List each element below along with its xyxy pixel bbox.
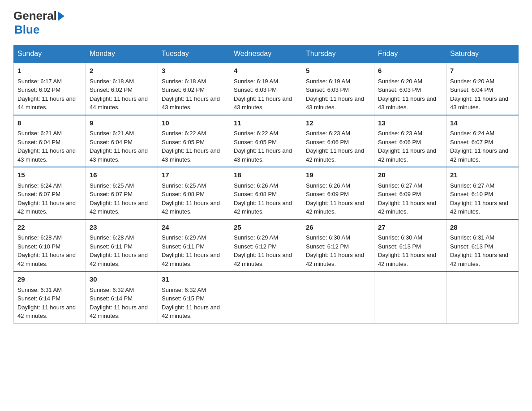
- day-info: Sunrise: 6:32 AMSunset: 6:14 PMDaylight:…: [90, 287, 148, 320]
- day-number: 31: [162, 274, 226, 285]
- day-number: 26: [306, 223, 370, 233]
- day-number: 4: [234, 66, 298, 76]
- day-number: 8: [17, 118, 82, 128]
- calendar-cell: 19Sunrise: 6:26 AMSunset: 6:09 PMDayligh…: [302, 167, 374, 219]
- day-info: Sunrise: 6:22 AMSunset: 6:05 PMDaylight:…: [162, 130, 220, 163]
- day-number: 16: [90, 170, 154, 180]
- day-number: 9: [90, 118, 154, 128]
- day-info: Sunrise: 6:27 AMSunset: 6:10 PMDaylight:…: [450, 182, 508, 215]
- calendar-week-row: 29Sunrise: 6:31 AMSunset: 6:14 PMDayligh…: [14, 271, 519, 323]
- day-number: 10: [162, 118, 226, 128]
- day-info: Sunrise: 6:21 AMSunset: 6:04 PMDaylight:…: [17, 130, 76, 163]
- day-number: 30: [90, 274, 154, 285]
- day-number: 17: [162, 170, 226, 180]
- day-number: 3: [162, 66, 226, 76]
- calendar-cell: 17Sunrise: 6:25 AMSunset: 6:08 PMDayligh…: [158, 167, 230, 219]
- calendar-cell: 29Sunrise: 6:31 AMSunset: 6:14 PMDayligh…: [14, 271, 86, 323]
- day-info: Sunrise: 6:30 AMSunset: 6:13 PMDaylight:…: [378, 234, 436, 267]
- day-info: Sunrise: 6:24 AMSunset: 6:07 PMDaylight:…: [17, 182, 76, 215]
- day-info: Sunrise: 6:24 AMSunset: 6:07 PMDaylight:…: [450, 130, 508, 163]
- calendar-cell: 23Sunrise: 6:28 AMSunset: 6:11 PMDayligh…: [86, 219, 158, 272]
- day-number: 12: [306, 118, 370, 128]
- calendar-cell: 4Sunrise: 6:19 AMSunset: 6:03 PMDaylight…: [230, 63, 302, 115]
- day-info: Sunrise: 6:27 AMSunset: 6:09 PMDaylight:…: [378, 182, 436, 215]
- calendar-cell: 3Sunrise: 6:18 AMSunset: 6:02 PMDaylight…: [158, 63, 230, 115]
- day-info: Sunrise: 6:22 AMSunset: 6:05 PMDaylight:…: [234, 130, 292, 163]
- day-info: Sunrise: 6:23 AMSunset: 6:06 PMDaylight:…: [306, 130, 364, 163]
- calendar-cell: 2Sunrise: 6:18 AMSunset: 6:02 PMDaylight…: [86, 63, 158, 115]
- calendar-header-row: Sunday Monday Tuesday Wednesday Thursday…: [14, 45, 519, 63]
- day-number: 5: [306, 66, 370, 76]
- day-info: Sunrise: 6:28 AMSunset: 6:11 PMDaylight:…: [90, 234, 148, 267]
- col-tuesday: Tuesday: [158, 45, 230, 63]
- day-info: Sunrise: 6:26 AMSunset: 6:09 PMDaylight:…: [306, 182, 364, 215]
- calendar-cell: 1Sunrise: 6:17 AMSunset: 6:02 PMDaylight…: [14, 63, 86, 115]
- day-info: Sunrise: 6:32 AMSunset: 6:15 PMDaylight:…: [162, 287, 220, 320]
- day-number: 6: [378, 66, 442, 76]
- day-number: 1: [17, 66, 82, 76]
- day-number: 24: [162, 223, 226, 233]
- logo: General Blue: [13, 9, 65, 37]
- calendar-week-row: 1Sunrise: 6:17 AMSunset: 6:02 PMDaylight…: [14, 63, 519, 115]
- day-info: Sunrise: 6:23 AMSunset: 6:06 PMDaylight:…: [378, 130, 436, 163]
- day-number: 7: [450, 66, 515, 76]
- calendar-cell: 7Sunrise: 6:20 AMSunset: 6:04 PMDaylight…: [446, 63, 519, 115]
- logo-blue-text: Blue: [14, 23, 39, 36]
- calendar-cell: 15Sunrise: 6:24 AMSunset: 6:07 PMDayligh…: [14, 167, 86, 219]
- day-info: Sunrise: 6:31 AMSunset: 6:13 PMDaylight:…: [450, 234, 508, 267]
- day-info: Sunrise: 6:25 AMSunset: 6:07 PMDaylight:…: [90, 182, 148, 215]
- day-info: Sunrise: 6:17 AMSunset: 6:02 PMDaylight:…: [17, 78, 76, 111]
- calendar-week-row: 8Sunrise: 6:21 AMSunset: 6:04 PMDaylight…: [14, 115, 519, 167]
- calendar-cell: 13Sunrise: 6:23 AMSunset: 6:06 PMDayligh…: [374, 115, 446, 167]
- day-number: 27: [378, 223, 442, 233]
- calendar-cell: 28Sunrise: 6:31 AMSunset: 6:13 PMDayligh…: [446, 219, 519, 272]
- day-number: 15: [17, 170, 82, 180]
- calendar-cell: 10Sunrise: 6:22 AMSunset: 6:05 PMDayligh…: [158, 115, 230, 167]
- day-info: Sunrise: 6:18 AMSunset: 6:02 PMDaylight:…: [90, 78, 148, 111]
- day-info: Sunrise: 6:30 AMSunset: 6:12 PMDaylight:…: [306, 234, 364, 267]
- calendar-cell: 12Sunrise: 6:23 AMSunset: 6:06 PMDayligh…: [302, 115, 374, 167]
- col-sunday: Sunday: [14, 45, 86, 63]
- col-monday: Monday: [86, 45, 158, 63]
- day-info: Sunrise: 6:29 AMSunset: 6:12 PMDaylight:…: [234, 234, 292, 267]
- calendar-cell: 22Sunrise: 6:28 AMSunset: 6:10 PMDayligh…: [14, 219, 86, 272]
- logo-general-text: General: [13, 9, 57, 23]
- calendar-week-row: 15Sunrise: 6:24 AMSunset: 6:07 PMDayligh…: [14, 167, 519, 219]
- logo-arrow-icon: [58, 12, 64, 21]
- day-number: 2: [90, 66, 154, 76]
- day-number: 23: [90, 223, 154, 233]
- day-number: 22: [17, 223, 82, 233]
- page-header: General Blue: [13, 9, 519, 37]
- calendar-cell: 24Sunrise: 6:29 AMSunset: 6:11 PMDayligh…: [158, 219, 230, 272]
- day-number: 20: [378, 170, 442, 180]
- calendar-cell: [230, 271, 302, 323]
- calendar-cell: 16Sunrise: 6:25 AMSunset: 6:07 PMDayligh…: [86, 167, 158, 219]
- calendar-cell: [374, 271, 446, 323]
- day-info: Sunrise: 6:19 AMSunset: 6:03 PMDaylight:…: [234, 78, 292, 111]
- calendar-cell: 31Sunrise: 6:32 AMSunset: 6:15 PMDayligh…: [158, 271, 230, 323]
- calendar-cell: 9Sunrise: 6:21 AMSunset: 6:04 PMDaylight…: [86, 115, 158, 167]
- calendar-week-row: 22Sunrise: 6:28 AMSunset: 6:10 PMDayligh…: [14, 219, 519, 272]
- calendar-cell: 6Sunrise: 6:20 AMSunset: 6:03 PMDaylight…: [374, 63, 446, 115]
- col-wednesday: Wednesday: [230, 45, 302, 63]
- calendar-cell: 27Sunrise: 6:30 AMSunset: 6:13 PMDayligh…: [374, 219, 446, 272]
- calendar-cell: 25Sunrise: 6:29 AMSunset: 6:12 PMDayligh…: [230, 219, 302, 272]
- day-info: Sunrise: 6:20 AMSunset: 6:03 PMDaylight:…: [378, 78, 436, 111]
- day-info: Sunrise: 6:18 AMSunset: 6:02 PMDaylight:…: [162, 78, 220, 111]
- day-number: 21: [450, 170, 515, 180]
- day-info: Sunrise: 6:31 AMSunset: 6:14 PMDaylight:…: [17, 287, 76, 320]
- day-info: Sunrise: 6:29 AMSunset: 6:11 PMDaylight:…: [162, 234, 220, 267]
- col-saturday: Saturday: [446, 45, 519, 63]
- calendar-cell: 21Sunrise: 6:27 AMSunset: 6:10 PMDayligh…: [446, 167, 519, 219]
- calendar-cell: 14Sunrise: 6:24 AMSunset: 6:07 PMDayligh…: [446, 115, 519, 167]
- day-number: 13: [378, 118, 442, 128]
- day-info: Sunrise: 6:28 AMSunset: 6:10 PMDaylight:…: [17, 234, 76, 267]
- day-number: 11: [234, 118, 298, 128]
- calendar-cell: 5Sunrise: 6:19 AMSunset: 6:03 PMDaylight…: [302, 63, 374, 115]
- calendar-cell: 20Sunrise: 6:27 AMSunset: 6:09 PMDayligh…: [374, 167, 446, 219]
- day-info: Sunrise: 6:20 AMSunset: 6:04 PMDaylight:…: [450, 78, 508, 111]
- calendar-cell: 18Sunrise: 6:26 AMSunset: 6:08 PMDayligh…: [230, 167, 302, 219]
- calendar-cell: [302, 271, 374, 323]
- calendar-cell: 26Sunrise: 6:30 AMSunset: 6:12 PMDayligh…: [302, 219, 374, 272]
- day-number: 14: [450, 118, 515, 128]
